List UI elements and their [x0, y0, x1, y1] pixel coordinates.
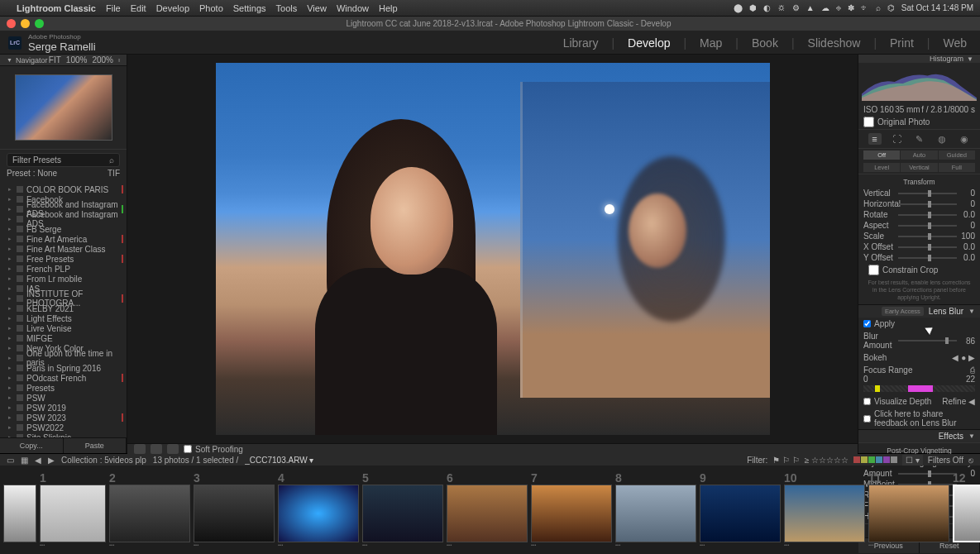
visualize-depth-checkbox[interactable] — [863, 398, 871, 405]
feedback-checkbox[interactable] — [863, 415, 871, 423]
status-icon[interactable]: ✽ — [848, 3, 854, 12]
collection-item[interactable]: Facebook and Instagram ADS — [0, 214, 127, 224]
thumbnail[interactable]: 6••• — [447, 471, 528, 549]
collection-item[interactable]: Fine Art America — [0, 234, 127, 244]
thumbnail[interactable] — [3, 471, 36, 549]
navigator-header[interactable]: ▼ Navigator FIT 100% 200% ⦂ — [0, 55, 127, 66]
transform-slider[interactable]: Rotate0.0 — [863, 209, 975, 220]
thumbnail[interactable]: 7••• — [531, 471, 612, 549]
collection-item[interactable]: Free Presets — [0, 254, 127, 264]
collections-list[interactable]: COLOR BOOK PARISFacebookFacebook and Ins… — [0, 183, 127, 437]
original-checkbox[interactable] — [863, 117, 874, 127]
upright-level[interactable]: Level — [863, 163, 900, 172]
grid-icon[interactable]: ▦ — [21, 456, 28, 465]
thumbnail[interactable]: 5••• — [362, 471, 443, 549]
menu-edit[interactable]: Edit — [131, 3, 146, 13]
navigator-thumbnail[interactable] — [0, 66, 127, 149]
collection-item[interactable]: Paris in Spring 2016 — [0, 363, 127, 373]
menu-tools[interactable]: Tools — [276, 3, 298, 13]
module-map[interactable]: Map — [695, 36, 727, 50]
status-icon[interactable]: ◐ — [763, 3, 771, 12]
app-name[interactable]: Lightroom Classic — [17, 3, 96, 13]
effects-header[interactable]: Effects ▼ — [858, 429, 980, 442]
feedback-link[interactable]: Click here to share feedback on Lens Blu… — [858, 408, 980, 429]
heal-tool-icon[interactable]: ✎ — [913, 133, 926, 145]
filter-preset[interactable]: ☐ ▾ — [902, 455, 923, 466]
collection-item[interactable]: PSW 2019 — [0, 403, 127, 413]
thumbnail[interactable]: 10••• — [784, 471, 865, 549]
module-develop[interactable]: Develop — [623, 36, 675, 50]
blur-amount-slider[interactable] — [898, 340, 957, 341]
status-icon[interactable]: ⬤ — [734, 3, 743, 12]
edit-tool-icon[interactable]: ≡ — [868, 133, 882, 145]
control-center-icon[interactable]: ⌬ — [887, 3, 895, 12]
collection-item[interactable]: PSW 2023 — [0, 413, 127, 423]
collection-item[interactable]: INSTITUTE OF PHOTOGRA... — [0, 294, 127, 303]
blur-amount-value[interactable]: 86 — [960, 337, 975, 346]
clock[interactable]: Sat Oct 14 1:48 PM — [901, 3, 973, 12]
status-icon[interactable]: ⛭ — [777, 3, 786, 12]
upright-full[interactable]: Full — [939, 163, 975, 172]
status-icon[interactable]: ⬢ — [749, 3, 757, 12]
collection-item[interactable]: POdcast French — [0, 373, 127, 383]
filters-off[interactable]: Filters Off — [928, 456, 963, 465]
flag-filter-icon[interactable]: ⚑ ⚐ ⚐ — [772, 456, 800, 465]
soft-proofing-checkbox[interactable] — [184, 445, 192, 453]
module-book[interactable]: Book — [747, 36, 783, 50]
upright-vertical[interactable]: Vertical — [901, 163, 937, 172]
histogram-chart[interactable] — [858, 63, 980, 104]
paste-button[interactable]: Paste — [64, 438, 127, 453]
close-button[interactable] — [7, 19, 16, 28]
menu-view[interactable]: View — [307, 3, 327, 13]
collection-item[interactable]: One upon to the time in paris — [0, 353, 127, 363]
zoom-more-icon[interactable]: ⦂ — [118, 55, 120, 65]
crop-tool-icon[interactable]: ⛶ — [891, 133, 904, 145]
collection-item[interactable]: KELBY 2021 — [0, 303, 127, 313]
minimize-button[interactable] — [21, 19, 30, 28]
wifi-icon[interactable]: ᯤ — [861, 3, 869, 12]
module-print[interactable]: Print — [885, 36, 919, 50]
transform-slider[interactable]: Y Offset0.0 — [863, 252, 975, 263]
upright-guided[interactable]: Guided — [939, 150, 975, 160]
module-slideshow[interactable]: Slideshow — [803, 36, 866, 50]
transform-slider[interactable]: Aspect0 — [863, 220, 975, 231]
constrain-checkbox[interactable] — [868, 265, 879, 275]
focus-range-slider[interactable] — [863, 385, 975, 392]
collection-item[interactable]: From Lr mobile — [0, 274, 127, 284]
collection-item[interactable]: COLOR BOOK PARIS — [0, 184, 127, 194]
menu-settings[interactable]: Settings — [233, 3, 266, 13]
thumbnail[interactable]: 11••• — [868, 471, 949, 549]
transform-slider[interactable]: Scale100 — [863, 231, 975, 241]
collection-item[interactable]: Livre Venise — [0, 323, 127, 333]
collection-item[interactable]: Presets — [0, 383, 127, 393]
status-icon[interactable]: ☁ — [821, 3, 829, 12]
redeye-tool-icon[interactable]: ◉ — [958, 133, 971, 145]
status-icon[interactable]: ⚙ — [792, 3, 800, 12]
preset-search-input[interactable]: Filter Presets ⌕ — [7, 153, 120, 167]
constrain-crop-toggle[interactable]: Constrain Crop — [863, 263, 975, 277]
thumbnail[interactable]: 8••• — [615, 471, 696, 549]
visualize-depth-toggle[interactable]: Visualize Depth — [863, 397, 931, 406]
original-photo-toggle[interactable]: Original Photo — [858, 115, 980, 129]
collection-item[interactable]: PSW — [0, 393, 127, 403]
status-icon[interactable]: ▲ — [806, 3, 815, 12]
thumbnail[interactable]: 9••• — [700, 471, 781, 549]
filter-lock-icon[interactable]: ⎋ — [968, 456, 973, 465]
fwd-icon[interactable]: ▶ — [48, 456, 55, 465]
histogram-header[interactable]: Histogram ▼ — [858, 55, 980, 63]
filmstrip-strip[interactable]: 1•••2•••3•••4•••5•••6•••7•••8•••9•••10••… — [0, 466, 980, 554]
zoom-button[interactable] — [35, 19, 44, 28]
filmstrip-source[interactable]: Collection : 5videos plp — [61, 456, 146, 465]
star-filter-icon[interactable]: ≥ ☆☆☆☆☆ — [805, 456, 849, 465]
before-after-icon[interactable] — [151, 444, 162, 454]
image-canvas[interactable] — [127, 55, 858, 443]
collection-item[interactable]: PSW2022 — [0, 423, 127, 432]
collection-item[interactable]: Light Effects — [0, 313, 127, 323]
thumbnail[interactable]: 4••• — [278, 471, 359, 549]
lens-blur-header[interactable]: Early Access Lens Blur ▼ — [858, 304, 980, 318]
collection-item[interactable]: French PLP — [0, 264, 127, 274]
focus-picker-icon[interactable]: ⎙ — [970, 365, 975, 375]
menu-window[interactable]: Window — [337, 3, 369, 13]
apply-checkbox[interactable] — [863, 320, 871, 327]
thumbnail[interactable]: 2••• — [109, 471, 190, 549]
